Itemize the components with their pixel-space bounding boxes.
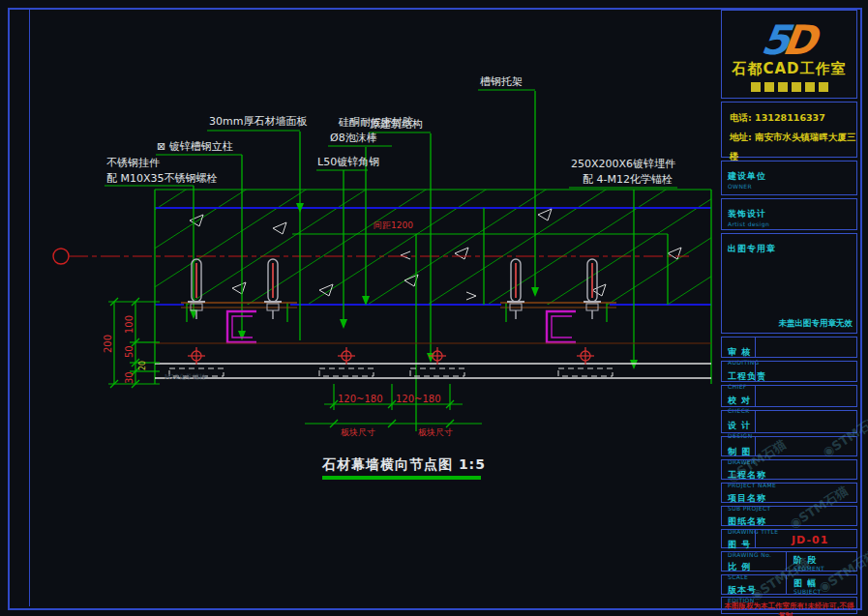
- bottom-dims: [305, 384, 482, 427]
- drawing-title: 石材幕墙横向节点图 1:5: [322, 458, 486, 470]
- callout-embed-2: 配 4-M12化学锚栓: [583, 174, 673, 186]
- row-drawer-label: 制 图: [728, 447, 751, 456]
- design-label: 装饰设计: [728, 209, 766, 219]
- dim-seg-4: 30: [124, 371, 135, 384]
- drawing-title-label: 图纸名称: [728, 516, 766, 526]
- row-chief: 工程负责CHIEF: [721, 361, 857, 382]
- structure-wall: [155, 343, 711, 378]
- drawing-no-value: JD-01: [792, 534, 828, 546]
- stone-panel-band: [155, 190, 711, 305]
- dim-total: 200: [103, 335, 114, 353]
- design-label-en: Artist design: [728, 220, 856, 227]
- title-underline: [322, 476, 481, 480]
- row-design: 设 计DESIGN: [721, 410, 857, 433]
- callout-bracket: 槽钢托架: [480, 76, 523, 88]
- anchor-note: M12化学锚栓: [165, 371, 206, 383]
- row-check-label: 校 对: [728, 396, 751, 405]
- drawing-title-scale: 1:5: [459, 456, 486, 472]
- callout-structure: 原建筑结构: [370, 119, 423, 131]
- stamp-box: 出图专用章 未盖出图专用章无效: [721, 233, 857, 334]
- callout-angle-steel: L50镀锌角钢: [317, 157, 379, 168]
- dim-seg-1: 100: [124, 315, 135, 334]
- owner-label: 建设单位: [728, 171, 766, 181]
- callout-foam-rod: Ø8泡沫棒: [330, 132, 377, 144]
- owner-box: 建设单位 OWNER: [721, 161, 857, 195]
- phone: 电话: 13128116337: [730, 108, 856, 128]
- scale-label: 比 例: [728, 562, 751, 572]
- logo: 5D: [722, 16, 856, 64]
- contact-box: 电话: 13128116337 地址: 南安市水头镇瑞晖大厦三楼: [721, 102, 857, 158]
- cad-sheet: 30mm厚石材墙面板 ⊠ 镀锌槽钢立柱 不锈钢挂件 配 M10X35不锈钢螺栓 …: [0, 0, 868, 616]
- logo-d: D: [779, 16, 820, 64]
- stamp-note: 未盖出图专用章无效: [779, 318, 853, 330]
- anchors: [188, 347, 594, 365]
- sheet-label: 图 幅: [793, 578, 817, 588]
- sub-project-label: 项目名称: [728, 493, 766, 503]
- stamp-label: 出图专用章: [728, 244, 776, 253]
- dim-joint-1: 120~180: [338, 394, 383, 405]
- callout-hanger-1: 不锈钢挂件: [106, 158, 160, 169]
- row-drawing-no: 图 号DRAWING No. JD-01: [721, 529, 857, 548]
- dim-joint-2: 120~180: [396, 394, 441, 405]
- spacing-note: 间距1200: [374, 220, 413, 231]
- callout-embed-1: 250X200X6镀锌埋件: [571, 159, 675, 170]
- owner-label-en: OWNER: [728, 183, 856, 190]
- row-check: 校 对CHECK: [721, 385, 857, 407]
- dim-joint-label-2: 板块尺寸: [418, 426, 453, 438]
- callout-channel-column: ⊠ 镀锌槽钢立柱: [157, 141, 233, 153]
- dim-joint-label-1: 板块尺寸: [341, 426, 375, 438]
- copyright-note: 本图版权为本工作室所有!未经许可,不得复制。: [721, 597, 857, 614]
- row-audit-label: 审 核: [728, 347, 751, 357]
- dim-seg-2: 50: [124, 345, 135, 358]
- row-design-label: 设 计: [728, 421, 751, 430]
- dim-seg-3: 20: [137, 361, 149, 370]
- sheet-label-en: SUBJECT: [793, 588, 822, 595]
- embed-plates: [169, 368, 613, 376]
- callout-hanger-2: 配 M10X35不锈钢螺栓: [106, 173, 218, 185]
- row-audit: 审 核AUDITING: [721, 337, 857, 358]
- callout-stone-panel: 30mm厚石材墙面板: [209, 116, 307, 128]
- drawing-no-label: 图 号: [728, 540, 751, 549]
- design-box: 装饰设计 Artist design: [721, 198, 857, 230]
- drawing-title-text: 石材幕墙横向节点图: [322, 456, 453, 472]
- logo-box: 5D 石都CAD工作室: [721, 10, 857, 99]
- logo-badges: [722, 82, 856, 92]
- row-chief-label: 工程负责: [728, 371, 766, 381]
